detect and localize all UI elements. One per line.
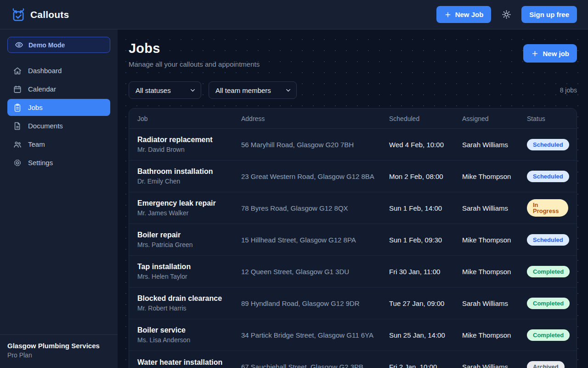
status-badge: Completed	[527, 329, 570, 341]
table-row[interactable]: Blocked drain clearanceMr. Robert Harris…	[129, 288, 577, 319]
column-header-scheduled: Scheduled	[389, 115, 462, 122]
sidebar-item-label: Calendar	[28, 85, 56, 93]
column-header-assigned: Assigned	[462, 115, 527, 122]
team-filter-select[interactable]: All team members	[209, 81, 297, 99]
address-cell: 34 Partick Bridge Street, Glasgow G11 6Y…	[241, 331, 389, 339]
sidebar-item-label: Team	[28, 140, 45, 148]
home-icon	[13, 66, 22, 75]
page-title: Jobs	[129, 41, 260, 56]
job-cell: Radiator replacementMr. David Brown	[137, 136, 241, 153]
scheduled-cell: Sun 1 Feb, 09:30	[389, 236, 462, 244]
table-row[interactable]: Boiler repairMrs. Patricia Green15 Hillh…	[129, 224, 577, 256]
job-cell: Emergency leak repairMr. James Walker	[137, 199, 241, 217]
status-badge: Archived	[527, 361, 565, 368]
job-title: Water heater installation	[137, 358, 241, 367]
new-job-button-page[interactable]: New job	[523, 44, 577, 63]
status-badge: Completed	[527, 298, 570, 309]
page-subtitle: Manage all your callouts and appointment…	[129, 60, 260, 68]
column-header-address: Address	[241, 115, 389, 122]
job-cell: Boiler serviceMs. Lisa Anderson	[137, 326, 241, 344]
job-client: Mrs. Helen Taylor	[137, 273, 241, 280]
column-header-job: Job	[137, 115, 241, 122]
job-cell: Water heater installationMr. Tom Mitchel…	[137, 358, 241, 368]
scheduled-cell: Wed 4 Feb, 10:00	[389, 141, 462, 149]
table-row[interactable]: Tap installationMrs. Helen Taylor12 Quee…	[129, 256, 577, 288]
status-cell: Scheduled	[527, 234, 569, 246]
sidebar-item-settings[interactable]: Settings	[7, 154, 110, 171]
scheduled-cell: Tue 27 Jan, 09:00	[389, 299, 462, 307]
team-filter: All team members	[209, 81, 297, 99]
address-cell: 15 Hillhead Street, Glasgow G12 8PA	[241, 236, 389, 244]
table-header-row: Job Address Scheduled Assigned Status	[129, 109, 577, 129]
job-client: Mrs. Patricia Green	[137, 241, 241, 248]
status-badge: Scheduled	[527, 139, 569, 150]
job-client: Ms. Lisa Anderson	[137, 336, 241, 344]
topbar-actions: New Job Sign up free	[436, 6, 577, 23]
job-title: Bathroom installation	[137, 167, 241, 176]
brand: Callouts	[11, 7, 69, 22]
sidebar-nav: DashboardCalendarJobsDocumentsTeamSettin…	[0, 60, 118, 173]
status-badge: Scheduled	[527, 234, 569, 246]
plus-icon	[531, 50, 539, 58]
sidebar-item-team[interactable]: Team	[7, 136, 110, 153]
sidebar-item-dashboard[interactable]: Dashboard	[7, 62, 110, 79]
assigned-cell: Mike Thompson	[462, 236, 527, 244]
company-name: Glasgow Plumbing Services	[7, 342, 110, 350]
assigned-cell: Mike Thompson	[462, 331, 527, 339]
scheduled-cell: Fri 30 Jan, 11:00	[389, 268, 462, 276]
clipboard-icon	[13, 103, 22, 112]
sidebar-item-label: Jobs	[28, 104, 43, 111]
status-cell: Scheduled	[527, 171, 569, 182]
assigned-cell: Sarah Williams	[462, 299, 527, 307]
status-cell: Archived	[527, 361, 568, 368]
demo-mode-badge: Demo Mode	[7, 37, 110, 53]
sign-up-free-button[interactable]: Sign up free	[521, 6, 577, 23]
table-row[interactable]: Boiler serviceMs. Lisa Anderson34 Partic…	[129, 319, 577, 351]
address-cell: 67 Sauchiehall Street, Glasgow G2 3PB	[241, 363, 389, 368]
sidebar-item-jobs[interactable]: Jobs	[7, 99, 110, 116]
job-title: Boiler service	[137, 326, 241, 334]
job-client: Mr. David Brown	[137, 146, 241, 153]
assigned-cell: Sarah Williams	[462, 204, 527, 212]
job-title: Blocked drain clearance	[137, 294, 241, 303]
status-cell: Completed	[527, 298, 570, 309]
job-title: Tap installation	[137, 263, 241, 271]
status-filter-select[interactable]: All statuses	[129, 81, 201, 99]
status-cell: Completed	[527, 266, 570, 277]
scheduled-cell: Sun 1 Feb, 14:00	[389, 204, 462, 212]
address-cell: 78 Byres Road, Glasgow G12 8QX	[241, 204, 389, 212]
job-cell: Bathroom installationDr. Emily Chen	[137, 167, 241, 185]
sidebar-footer: Glasgow Plumbing Services Pro Plan	[0, 334, 118, 368]
status-badge: Completed	[527, 266, 570, 277]
plus-icon	[444, 11, 452, 18]
plan-label: Pro Plan	[7, 351, 110, 359]
sidebar-item-calendar[interactable]: Calendar	[7, 80, 110, 98]
status-badge: In Progress	[527, 199, 568, 217]
theme-toggle-button[interactable]	[499, 8, 513, 22]
address-cell: 12 Queen Street, Glasgow G1 3DU	[241, 268, 389, 276]
page-header: Jobs Manage all your callouts and appoin…	[129, 41, 577, 68]
sidebar-item-documents[interactable]: Documents	[7, 117, 110, 134]
document-icon	[13, 121, 22, 131]
table-row[interactable]: Radiator replacementMr. David Brown56 Ma…	[129, 129, 577, 161]
sidebar: Demo Mode DashboardCalendarJobsDocuments…	[0, 29, 118, 368]
eye-icon	[15, 40, 23, 49]
table-row[interactable]: Bathroom installationDr. Emily Chen23 Gr…	[129, 161, 577, 192]
job-client: Mr. Robert Harris	[137, 305, 241, 312]
calendar-icon	[13, 85, 22, 94]
table-row[interactable]: Water heater installationMr. Tom Mitchel…	[129, 351, 577, 368]
job-title: Radiator replacement	[137, 136, 241, 144]
jobs-count: 8 jobs	[560, 86, 577, 94]
scheduled-cell: Sun 25 Jan, 14:00	[389, 331, 462, 339]
scheduled-cell: Mon 2 Feb, 08:00	[389, 172, 462, 180]
job-client: Dr. Emily Chen	[137, 178, 241, 185]
table-row[interactable]: Emergency leak repairMr. James Walker78 …	[129, 192, 577, 224]
callouts-logo-icon	[11, 7, 26, 22]
jobs-table: Job Address Scheduled Assigned Status Ra…	[129, 108, 577, 368]
new-job-button-header[interactable]: New Job	[436, 6, 492, 23]
address-cell: 56 Maryhill Road, Glasgow G20 7BH	[241, 141, 389, 149]
sidebar-item-label: Dashboard	[28, 67, 62, 75]
brand-title: Callouts	[30, 9, 69, 20]
sidebar-item-label: Documents	[28, 122, 63, 130]
sidebar-item-label: Settings	[28, 159, 53, 167]
